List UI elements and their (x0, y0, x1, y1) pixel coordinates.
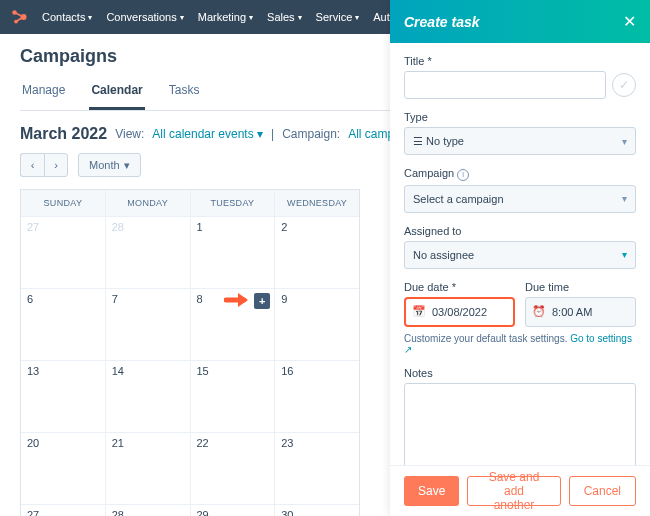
save-and-add-another-button[interactable]: Save and add another (467, 476, 560, 506)
calendar-cell[interactable]: 27 (21, 504, 106, 516)
calendar-body: 272812678+9131415162021222327282930 (21, 216, 359, 516)
calendar-cell[interactable]: 16 (275, 360, 359, 432)
chevron-down-icon: ▾ (124, 159, 130, 172)
drawer-title: Create task (404, 14, 480, 30)
day-header: SUNDAY (21, 190, 106, 216)
due-time-input[interactable]: ⏰ 8:00 AM (525, 297, 636, 327)
info-icon[interactable]: i (457, 169, 469, 181)
month-view-dropdown[interactable]: Month ▾ (78, 153, 141, 177)
chevron-down-icon: ▾ (622, 193, 627, 204)
chevron-down-icon: ▾ (622, 249, 627, 260)
next-month-button[interactable]: › (44, 153, 68, 177)
hubspot-logo-icon (10, 8, 28, 26)
day-header: TUESDAY (191, 190, 276, 216)
title-input[interactable] (404, 71, 606, 99)
cancel-button[interactable]: Cancel (569, 476, 636, 506)
drawer-header: Create task ✕ (390, 0, 650, 43)
month-label: March 2022 (20, 125, 107, 143)
campaign-field-label: Campaigni (404, 167, 636, 181)
notes-textarea[interactable] (404, 383, 636, 466)
calendar-cell[interactable]: 1 (191, 216, 276, 288)
title-field-label: Title (404, 55, 636, 67)
calendar-cell[interactable]: 20 (21, 432, 106, 504)
chevron-down-icon: ▾ (249, 13, 253, 22)
day-header: MONDAY (106, 190, 191, 216)
chevron-down-icon: ▾ (298, 13, 302, 22)
prev-month-button[interactable]: ‹ (20, 153, 44, 177)
external-link-icon: ↗ (404, 344, 412, 355)
nav-item-conversations[interactable]: Conversations▾ (100, 7, 189, 27)
add-event-button[interactable]: + (254, 293, 270, 309)
calendar-cell[interactable]: 30 (275, 504, 359, 516)
type-select[interactable]: ☰ No type ▾ (404, 127, 636, 155)
calendar-cell[interactable]: 22 (191, 432, 276, 504)
notes-field-label: Notes (404, 367, 636, 379)
campaign-select[interactable]: Select a campaign ▾ (404, 185, 636, 213)
calendar-cell[interactable]: 28 (106, 504, 191, 516)
save-button[interactable]: Save (404, 476, 459, 506)
chevron-down-icon: ▾ (257, 127, 263, 141)
close-icon[interactable]: ✕ (623, 12, 636, 31)
view-dropdown[interactable]: All calendar events ▾ (152, 127, 263, 141)
due-time-label: Due time (525, 281, 636, 293)
settings-helper-text: Customize your default task settings. Go… (404, 333, 636, 355)
task-type-icon: ☰ (413, 135, 423, 147)
calendar-cell[interactable]: 9 (275, 288, 359, 360)
chevron-down-icon: ▾ (180, 13, 184, 22)
nav-item-sales[interactable]: Sales▾ (261, 7, 308, 27)
calendar-cell[interactable]: 8+ (191, 288, 276, 360)
calendar-header: SUNDAYMONDAYTUESDAYWEDNESDAY (21, 190, 359, 216)
calendar-icon: 📅 (412, 305, 426, 318)
calendar-cell[interactable]: 6 (21, 288, 106, 360)
calendar-cell[interactable]: 23 (275, 432, 359, 504)
type-field-label: Type (404, 111, 636, 123)
campaign-label: Campaign: (282, 127, 340, 141)
create-task-drawer: Create task ✕ Title ✓ Type ☰ No type ▾ C… (390, 0, 650, 516)
chevron-down-icon: ▾ (622, 136, 627, 147)
view-label: View: (115, 127, 144, 141)
tab-manage[interactable]: Manage (20, 77, 67, 110)
calendar-cell[interactable]: 21 (106, 432, 191, 504)
assigned-select[interactable]: No assignee ▾ (404, 241, 636, 269)
calendar-cell[interactable]: 14 (106, 360, 191, 432)
confirm-title-button[interactable]: ✓ (612, 73, 636, 97)
calendar-cell[interactable]: 29 (191, 504, 276, 516)
toolbar-divider: | (271, 127, 274, 141)
calendar-cell[interactable]: 7 (106, 288, 191, 360)
arrow-callout-icon (224, 291, 252, 309)
tab-tasks[interactable]: Tasks (167, 77, 202, 110)
day-header: WEDNESDAY (275, 190, 359, 216)
calendar-cell[interactable]: 15 (191, 360, 276, 432)
month-nav: ‹ › (20, 153, 68, 177)
calendar-grid: SUNDAYMONDAYTUESDAYWEDNESDAY 272812678+9… (20, 189, 360, 516)
calendar-cell[interactable]: 28 (106, 216, 191, 288)
assigned-field-label: Assigned to (404, 225, 636, 237)
calendar-cell[interactable]: 2 (275, 216, 359, 288)
due-date-label: Due date (404, 281, 515, 293)
chevron-down-icon: ▾ (355, 13, 359, 22)
clock-icon: ⏰ (532, 305, 546, 318)
calendar-cell[interactable]: 13 (21, 360, 106, 432)
tab-calendar[interactable]: Calendar (89, 77, 144, 110)
nav-item-marketing[interactable]: Marketing▾ (192, 7, 259, 27)
chevron-down-icon: ▾ (88, 13, 92, 22)
nav-item-service[interactable]: Service▾ (310, 7, 366, 27)
due-date-input[interactable]: 📅 03/08/2022 (404, 297, 515, 327)
drawer-footer: Save Save and add another Cancel (390, 465, 650, 516)
nav-item-contacts[interactable]: Contacts▾ (36, 7, 98, 27)
calendar-cell[interactable]: 27 (21, 216, 106, 288)
